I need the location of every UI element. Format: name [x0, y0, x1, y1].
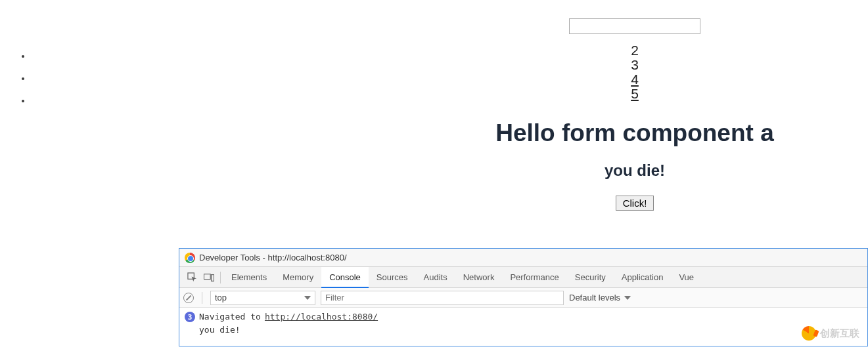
click-button[interactable]: Click! — [616, 196, 654, 211]
sub-heading: you die! — [401, 161, 868, 180]
number-list: 2 3 4 5 — [401, 43, 868, 101]
main-column: 2 3 4 5 Hello form component a you die! … — [401, 0, 868, 211]
list-item[interactable]: 5 — [401, 87, 868, 101]
text-input[interactable] — [569, 18, 700, 34]
list-item[interactable]: 2 — [401, 43, 868, 58]
component-heading: Hello form component a — [401, 119, 868, 147]
left-bullet-list — [18, 51, 32, 118]
list-item[interactable]: 4 — [401, 72, 868, 87]
app-page: 2 3 4 5 Hello form component a you die! … — [0, 0, 868, 248]
list-item[interactable]: 3 — [401, 58, 868, 72]
